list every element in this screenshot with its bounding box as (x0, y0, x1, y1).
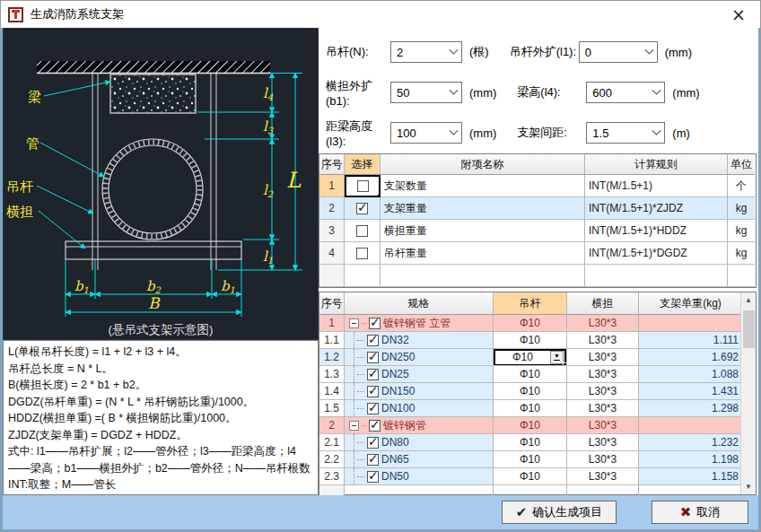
checkbox[interactable] (367, 335, 379, 346)
row-seq[interactable]: 4 (319, 242, 345, 265)
weight-cell[interactable]: 1.158 (639, 468, 742, 485)
hanger-cell[interactable]: Φ10 (494, 417, 567, 434)
spec-cell[interactable]: DN25 (345, 366, 494, 383)
unit-cell[interactable]: kg (728, 197, 755, 220)
item-name-cell[interactable]: 支架重量 (380, 197, 585, 220)
hanger-combo-editor[interactable]: Φ10 ▼ (494, 349, 566, 366)
spec-cell[interactable]: 镀锌钢管 立管 (345, 315, 494, 332)
arm-cell[interactable]: L30*3 (567, 383, 639, 400)
arm-cell[interactable]: L30*3 (567, 417, 639, 434)
hanger-cell[interactable]: Φ10 (494, 366, 567, 383)
arm-extend-select[interactable]: 50 (390, 82, 462, 103)
weight-cell[interactable]: 1.232 (639, 434, 742, 451)
weight-cell[interactable]: 1.298 (639, 400, 742, 417)
checkbox[interactable] (367, 352, 379, 363)
spec-cell[interactable]: DN65 (345, 451, 494, 468)
select-cell[interactable] (345, 197, 380, 220)
checkbox[interactable] (367, 403, 379, 414)
checkbox[interactable] (367, 369, 379, 380)
vertical-scrollbar[interactable]: ▲ ▼ (740, 292, 756, 494)
row-seq[interactable]: 1.5 (319, 400, 345, 417)
rod-extend-select[interactable]: 0 (579, 41, 658, 63)
spec-cell[interactable]: DN50 (345, 468, 494, 485)
spec-cell[interactable]: DN250 (345, 349, 494, 366)
checkbox[interactable] (356, 248, 368, 259)
checkbox[interactable] (356, 225, 368, 237)
unit-cell[interactable]: kg (728, 220, 755, 242)
row-seq[interactable]: 1 (319, 315, 345, 332)
row-seq[interactable]: 2.3 (319, 468, 345, 485)
rule-cell[interactable]: INT(M/1.5+1) (585, 175, 728, 197)
spec-cell[interactable]: DN32 (345, 332, 494, 349)
weight-cell[interactable]: 1.692 (639, 349, 742, 366)
row-seq[interactable]: 2.2 (319, 451, 345, 468)
item-name-cell[interactable]: 横担重量 (380, 220, 585, 242)
row-seq[interactable]: 1.4 (319, 383, 345, 400)
weight-cell[interactable]: 1.431 (639, 383, 742, 400)
select-cell[interactable] (345, 242, 380, 265)
arm-cell[interactable]: L30*3 (567, 468, 639, 485)
spec-cell[interactable]: DN80 (345, 434, 494, 451)
arm-cell[interactable]: L30*3 (567, 349, 639, 366)
collapse-icon[interactable] (349, 421, 359, 431)
hanger-cell[interactable]: Φ10 (494, 315, 567, 332)
item-name-cell[interactable]: 支架数量 (380, 175, 585, 197)
bracket-spacing-select[interactable]: 1.5 (586, 122, 665, 144)
checkbox[interactable] (357, 180, 369, 192)
scroll-up-icon[interactable]: ▲ (741, 292, 757, 308)
hanger-count-select[interactable]: 2 (390, 41, 462, 63)
spec-cell[interactable]: DN150 (345, 383, 494, 400)
checkbox[interactable] (367, 437, 379, 449)
arm-cell[interactable]: L30*3 (567, 400, 639, 417)
beam-clearance-select[interactable]: 100 (390, 122, 462, 144)
weight-cell[interactable] (639, 315, 742, 332)
hanger-cell[interactable]: Φ10 (494, 451, 567, 468)
select-cell[interactable] (345, 220, 380, 242)
hanger-cell[interactable]: Φ10 (494, 434, 567, 451)
hanger-cell[interactable]: Φ10 (494, 332, 567, 349)
weight-cell[interactable]: 1.088 (639, 366, 742, 383)
close-icon[interactable]: × (722, 1, 755, 27)
checkbox[interactable] (367, 454, 379, 466)
row-seq[interactable]: 2 (319, 197, 345, 220)
row-seq[interactable]: 1.2 (319, 349, 345, 366)
weight-cell[interactable]: 1.111 (639, 332, 742, 349)
hanger-cell[interactable]: Φ10 (494, 383, 567, 400)
fill-handle[interactable] (377, 194, 380, 197)
arm-cell[interactable]: L30*3 (567, 366, 639, 383)
checkbox[interactable] (367, 471, 379, 483)
row-seq[interactable]: 3 (319, 220, 345, 242)
cancel-button[interactable]: ✖ 取消 (652, 501, 748, 524)
hanger-cell[interactable]: Φ10 ▼ (494, 349, 567, 366)
checkbox[interactable] (369, 420, 380, 432)
checkbox[interactable] (356, 203, 368, 214)
hanger-cell[interactable]: Φ10 (494, 400, 567, 417)
unit-cell[interactable]: 个 (728, 175, 755, 197)
dropdown-button[interactable]: ▼ (550, 351, 564, 364)
arm-cell[interactable]: L30*3 (567, 451, 639, 468)
arm-cell[interactable]: L30*3 (567, 434, 639, 451)
hanger-cell[interactable]: Φ10 (494, 468, 567, 485)
row-seq[interactable]: 2 (319, 417, 345, 434)
rule-cell[interactable]: INT(M/1.5+1)*HDDZ (585, 220, 728, 242)
confirm-generate-button[interactable]: ✔ 确认生成项目 (502, 501, 617, 524)
select-cell[interactable] (345, 175, 380, 197)
row-seq[interactable]: 2.1 (319, 434, 345, 451)
unit-cell[interactable]: kg (728, 242, 755, 265)
weight-cell[interactable] (639, 417, 742, 434)
row-seq[interactable]: 1 (319, 175, 345, 197)
rule-cell[interactable]: INT(M/1.5+1)*ZJDZ (585, 197, 728, 220)
arm-cell[interactable]: L30*3 (567, 332, 639, 349)
checkbox[interactable] (367, 386, 379, 397)
beam-height-select[interactable]: 600 (586, 82, 665, 103)
rule-cell[interactable]: INT(M/1.5+1)*DGDZ (585, 242, 728, 265)
collapse-icon[interactable] (349, 318, 359, 328)
row-seq[interactable]: 1.3 (319, 366, 345, 383)
checkbox[interactable] (369, 318, 380, 329)
spec-cell[interactable]: DN100 (345, 400, 494, 417)
scrollbar-thumb[interactable] (743, 310, 755, 348)
spec-cell[interactable]: 镀锌钢管 (345, 417, 494, 434)
arm-cell[interactable]: L30*3 (567, 315, 639, 332)
weight-cell[interactable]: 1.198 (639, 451, 742, 468)
item-name-cell[interactable]: 吊杆重量 (380, 242, 585, 265)
